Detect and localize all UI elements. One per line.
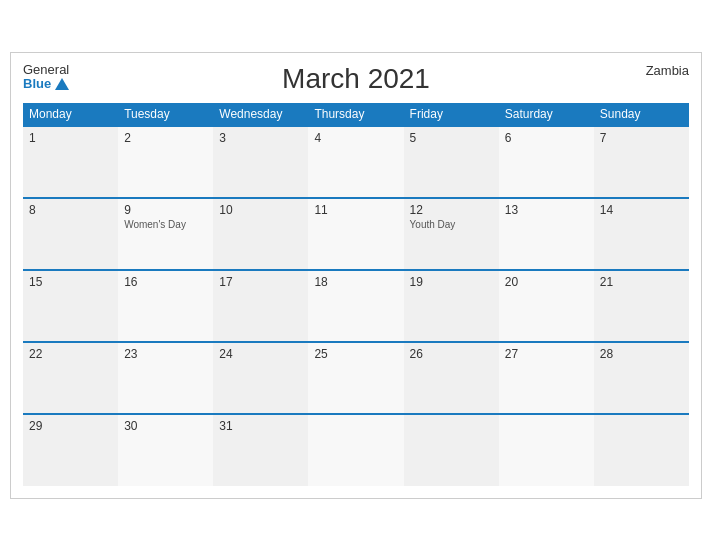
day-number: 25 [314, 347, 397, 361]
calendar-cell: 25 [308, 342, 403, 414]
calendar-cell: 13 [499, 198, 594, 270]
calendar-cell [308, 414, 403, 486]
calendar-cell: 17 [213, 270, 308, 342]
calendar-cell: 21 [594, 270, 689, 342]
calendar-cell: 28 [594, 342, 689, 414]
calendar-week-row-3: 15161718192021 [23, 270, 689, 342]
calendar-container: General Blue March 2021 Zambia Monday Tu… [10, 52, 702, 499]
calendar-cell: 26 [404, 342, 499, 414]
calendar-cell: 31 [213, 414, 308, 486]
calendar-cell: 18 [308, 270, 403, 342]
calendar-cell [499, 414, 594, 486]
day-number: 9 [124, 203, 207, 217]
day-number: 10 [219, 203, 302, 217]
header-saturday: Saturday [499, 103, 594, 126]
calendar-cell: 9Women's Day [118, 198, 213, 270]
day-number: 2 [124, 131, 207, 145]
day-number: 3 [219, 131, 302, 145]
day-number: 15 [29, 275, 112, 289]
holiday-label: Youth Day [410, 219, 493, 230]
day-number: 22 [29, 347, 112, 361]
header-friday: Friday [404, 103, 499, 126]
calendar-cell: 23 [118, 342, 213, 414]
calendar-cell: 1 [23, 126, 118, 198]
calendar-cell: 19 [404, 270, 499, 342]
day-number: 19 [410, 275, 493, 289]
header-monday: Monday [23, 103, 118, 126]
day-number: 20 [505, 275, 588, 289]
day-number: 16 [124, 275, 207, 289]
logo-triangle-icon [55, 78, 69, 90]
header-wednesday: Wednesday [213, 103, 308, 126]
calendar-title: March 2021 [282, 63, 430, 95]
calendar-cell [594, 414, 689, 486]
calendar-cell: 2 [118, 126, 213, 198]
day-number: 13 [505, 203, 588, 217]
calendar-cell: 24 [213, 342, 308, 414]
calendar-cell: 12Youth Day [404, 198, 499, 270]
day-number: 26 [410, 347, 493, 361]
day-number: 28 [600, 347, 683, 361]
logo-blue-text: Blue [23, 77, 69, 91]
day-number: 31 [219, 419, 302, 433]
calendar-cell: 30 [118, 414, 213, 486]
calendar-cell: 11 [308, 198, 403, 270]
day-number: 6 [505, 131, 588, 145]
day-number: 1 [29, 131, 112, 145]
weekday-header-row: Monday Tuesday Wednesday Thursday Friday… [23, 103, 689, 126]
day-number: 17 [219, 275, 302, 289]
calendar-cell: 15 [23, 270, 118, 342]
calendar-cell: 29 [23, 414, 118, 486]
day-number: 8 [29, 203, 112, 217]
day-number: 11 [314, 203, 397, 217]
calendar-cell [404, 414, 499, 486]
logo: General Blue [23, 63, 69, 92]
calendar-header: General Blue March 2021 Zambia [23, 63, 689, 95]
holiday-label: Women's Day [124, 219, 207, 230]
calendar-cell: 3 [213, 126, 308, 198]
country-label: Zambia [646, 63, 689, 78]
calendar-cell: 27 [499, 342, 594, 414]
header-tuesday: Tuesday [118, 103, 213, 126]
day-number: 29 [29, 419, 112, 433]
day-number: 14 [600, 203, 683, 217]
calendar-cell: 16 [118, 270, 213, 342]
header-sunday: Sunday [594, 103, 689, 126]
day-number: 5 [410, 131, 493, 145]
day-number: 23 [124, 347, 207, 361]
calendar-cell: 7 [594, 126, 689, 198]
calendar-grid: Monday Tuesday Wednesday Thursday Friday… [23, 103, 689, 486]
calendar-week-row-2: 89Women's Day101112Youth Day1314 [23, 198, 689, 270]
calendar-week-row-5: 293031 [23, 414, 689, 486]
day-number: 24 [219, 347, 302, 361]
calendar-cell: 4 [308, 126, 403, 198]
calendar-cell: 10 [213, 198, 308, 270]
calendar-week-row-4: 22232425262728 [23, 342, 689, 414]
calendar-cell: 6 [499, 126, 594, 198]
logo-general-text: General [23, 63, 69, 77]
day-number: 18 [314, 275, 397, 289]
calendar-cell: 5 [404, 126, 499, 198]
day-number: 21 [600, 275, 683, 289]
calendar-week-row-1: 1234567 [23, 126, 689, 198]
day-number: 12 [410, 203, 493, 217]
calendar-cell: 22 [23, 342, 118, 414]
header-thursday: Thursday [308, 103, 403, 126]
day-number: 27 [505, 347, 588, 361]
day-number: 30 [124, 419, 207, 433]
day-number: 7 [600, 131, 683, 145]
calendar-cell: 14 [594, 198, 689, 270]
day-number: 4 [314, 131, 397, 145]
calendar-cell: 20 [499, 270, 594, 342]
calendar-cell: 8 [23, 198, 118, 270]
